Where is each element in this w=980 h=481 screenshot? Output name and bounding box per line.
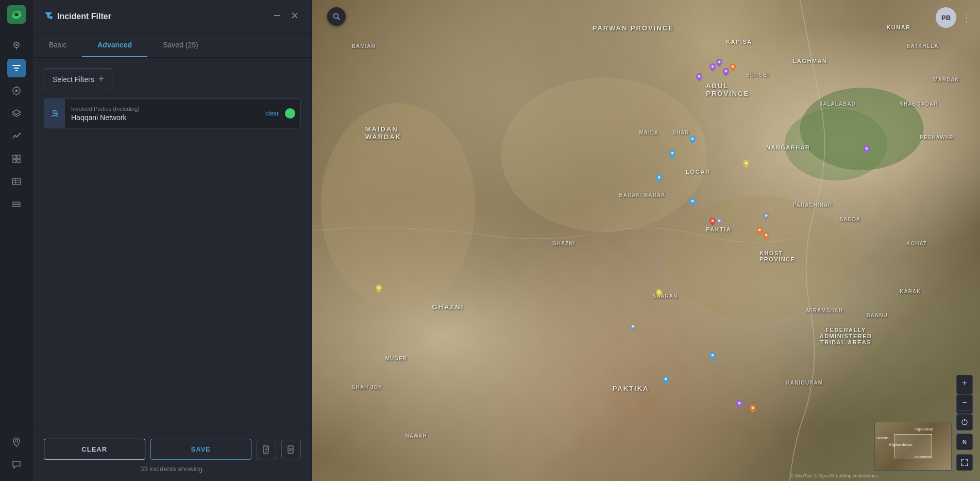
pin-blue-4[interactable] (689, 197, 696, 207)
svg-point-3 (15, 44, 18, 46)
pin-orange-2[interactable] (756, 226, 763, 236)
svg-point-50 (865, 147, 868, 150)
zoom-in-button[interactable]: + (956, 375, 973, 391)
pin-gray-1[interactable] (716, 217, 723, 226)
filter-card-toggle[interactable] (285, 108, 295, 119)
panel-title: Incident Filter (57, 12, 111, 21)
tab-saved[interactable]: Saved (29) (147, 34, 213, 57)
svg-rect-10 (17, 155, 20, 158)
svg-rect-15 (13, 205, 20, 207)
pin-red-1[interactable] (709, 217, 716, 226)
panel-close-button[interactable] (289, 9, 301, 24)
svg-point-41 (377, 287, 380, 289)
svg-rect-12 (17, 159, 20, 162)
select-filters-label: Select Filters (53, 75, 94, 84)
filter-content: Select Filters + Involved Parties (Inclu… (33, 58, 311, 430)
filter-card-value: Haqqani Network (71, 113, 253, 122)
zoom-out-button[interactable]: − (956, 394, 973, 411)
pin-purple-1[interactable] (696, 73, 703, 82)
pin-blue-1[interactable] (669, 150, 676, 159)
sidebar-item-stacked[interactable] (7, 195, 26, 213)
sidebar-item-table[interactable] (7, 172, 26, 191)
sidebar-item-analytics[interactable] (7, 127, 26, 145)
map-area[interactable]: PARWAN PROVINCE KAPISA LAGHMAN KUNAR Bam… (312, 0, 980, 481)
pin-yellow-3[interactable] (655, 289, 663, 298)
pin-orange-3[interactable] (763, 231, 770, 241)
svg-point-29 (712, 65, 714, 68)
svg-point-33 (671, 152, 674, 154)
svg-point-49 (631, 325, 634, 327)
pin-purple-6[interactable] (863, 145, 870, 154)
svg-rect-11 (13, 159, 16, 162)
map-minimap-inner: Tajikistan Afghanistan Pakistan nistan (875, 422, 951, 470)
select-filters-button[interactable]: Select Filters + (44, 68, 112, 90)
svg-point-44 (665, 378, 667, 380)
pin-blue-6[interactable] (662, 375, 669, 385)
filter-card-label: Involved Parties (Including) (71, 106, 253, 112)
svg-point-47 (718, 219, 721, 222)
filter-panel-icon (44, 11, 53, 22)
sidebar-item-map[interactable] (7, 36, 26, 55)
sidebar-item-chat[interactable] (7, 455, 26, 474)
svg-point-5 (15, 90, 18, 92)
tab-basic[interactable]: Basic (33, 34, 82, 57)
more-options-button[interactable]: ⋮ (961, 11, 973, 24)
filter-card: Involved Parties (Including) Haqqani Net… (44, 98, 301, 128)
tab-advanced[interactable]: Advanced (82, 34, 147, 57)
pin-orange-4[interactable] (749, 404, 756, 413)
svg-point-34 (691, 137, 694, 140)
pin-yellow-1[interactable] (742, 159, 750, 169)
sidebar-item-filter[interactable] (7, 59, 26, 77)
svg-point-48 (765, 214, 767, 217)
svg-point-42 (658, 291, 661, 294)
pin-purple-4[interactable] (716, 58, 723, 68)
minimap-label-nistan: nistan (876, 436, 889, 440)
sidebar-item-location-pin[interactable] (7, 433, 26, 451)
minimap-label-tajikistan: Tajikistan (915, 427, 933, 432)
pin-yellow-2[interactable] (375, 284, 382, 293)
pin-blue-3[interactable] (655, 174, 663, 183)
pin-blue-2[interactable] (689, 135, 696, 144)
filter-footer: CLEAR SAVE 33 incidents showing. (33, 430, 311, 481)
filter-card-clear-button[interactable]: clear (259, 110, 285, 117)
csv-export-button[interactable] (281, 440, 301, 459)
clear-button[interactable]: CLEAR (44, 439, 145, 460)
svg-point-36 (691, 200, 694, 203)
pin-purple-2[interactable] (709, 63, 716, 72)
panel-title-row: Incident Filter (44, 11, 111, 22)
svg-point-38 (758, 229, 761, 231)
svg-point-8 (20, 133, 21, 135)
svg-point-28 (698, 75, 701, 77)
user-avatar[interactable]: PB (936, 7, 956, 28)
pin-orange-1[interactable] (729, 63, 736, 72)
svg-point-16 (15, 440, 18, 442)
sidebar-item-location[interactable] (7, 81, 26, 100)
sidebar-item-grid[interactable] (7, 150, 26, 168)
pdf-export-button[interactable] (257, 440, 276, 459)
expand-minimap-button[interactable] (956, 454, 973, 471)
app-logo[interactable] (7, 5, 26, 24)
pin-purple-3[interactable] (722, 68, 730, 77)
svg-point-30 (725, 70, 728, 73)
map-minimap[interactable]: Tajikistan Afghanistan Pakistan nistan (874, 422, 952, 471)
save-button[interactable]: SAVE (150, 439, 252, 460)
north-button[interactable]: N (956, 434, 973, 450)
map-overlay (312, 0, 980, 481)
svg-point-39 (765, 234, 767, 236)
pin-purple-5[interactable] (736, 400, 743, 409)
sidebar-item-layers[interactable] (7, 104, 26, 123)
panel-header: Incident Filter (33, 0, 311, 34)
footer-buttons: CLEAR SAVE (44, 439, 301, 460)
pin-gray-3[interactable] (629, 323, 636, 332)
rotate-button[interactable] (956, 414, 973, 430)
filter-tabs: Basic Advanced Saved (29) (33, 34, 311, 58)
svg-rect-13 (12, 178, 21, 185)
pin-gray-2[interactable] (763, 212, 770, 221)
svg-rect-19 (274, 15, 280, 16)
pin-blue-5[interactable] (709, 352, 716, 361)
map-search-button[interactable] (327, 7, 346, 26)
filter-card-body: Involved Parties (Including) Haqqani Net… (65, 102, 259, 126)
map-controls-right: PB ⋮ (936, 7, 973, 28)
svg-point-46 (752, 407, 754, 409)
panel-minimize-button[interactable] (271, 9, 283, 24)
